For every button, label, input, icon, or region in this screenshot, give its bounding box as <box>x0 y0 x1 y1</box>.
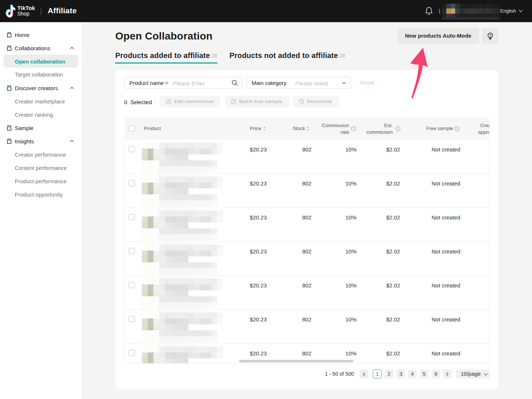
svg-text:?: ? <box>352 127 354 130</box>
svg-text:?: ? <box>489 33 491 37</box>
svg-text:?: ? <box>456 127 458 130</box>
svg-text:?: ? <box>397 127 399 130</box>
